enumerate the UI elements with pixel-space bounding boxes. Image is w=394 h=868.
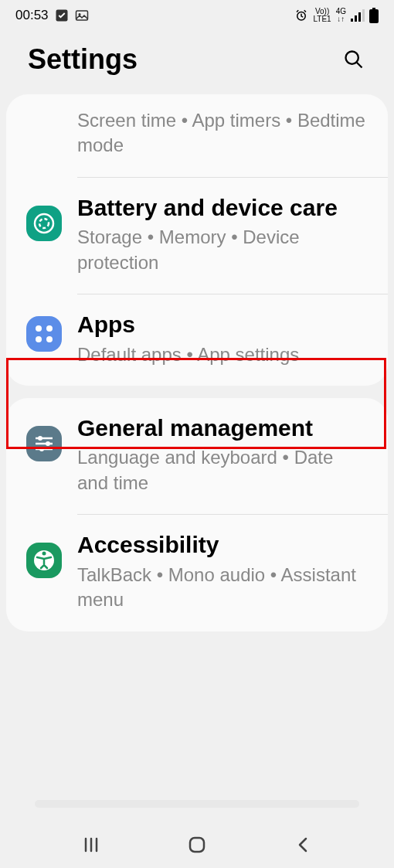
back-icon [295, 836, 311, 854]
item-title: Battery and device care [77, 193, 369, 223]
item-subtitle: Language and keyboard • Date and time [77, 445, 369, 495]
status-bar: 00:53 Vo))LTE1 4G↓↑ [0, 0, 394, 31]
page-title: Settings [28, 43, 138, 76]
recents-icon [83, 836, 100, 853]
settings-card-1: Screen time • App timers • Bedtime mode … [6, 94, 388, 386]
svg-point-25 [39, 447, 44, 451]
settings-item-digital-wellbeing[interactable]: Screen time • App timers • Bedtime mode [6, 94, 388, 177]
svg-rect-7 [362, 9, 365, 22]
settings-item-general-management[interactable]: General management Language and keyboard… [6, 398, 388, 514]
svg-point-23 [46, 441, 50, 446]
settings-item-accessibility[interactable]: Accessibility TalkBack • Mono audio • As… [6, 515, 388, 631]
svg-point-21 [38, 436, 42, 441]
item-title: General management [77, 414, 369, 443]
battery-icon [369, 8, 379, 23]
home-icon [188, 836, 206, 854]
search-button[interactable] [341, 47, 366, 72]
network-indicator: 4G↓↑ [336, 8, 346, 23]
item-subtitle: Screen time • App timers • Bedtime mode [77, 108, 369, 158]
svg-point-17 [36, 336, 42, 342]
sliders-icon [26, 426, 62, 461]
item-subtitle: Storage • Memory • Device protection [77, 225, 369, 275]
svg-rect-9 [369, 9, 379, 23]
item-title: Accessibility [77, 530, 369, 560]
svg-rect-8 [372, 8, 375, 9]
checkmark-icon [55, 9, 69, 22]
svg-point-16 [46, 325, 53, 332]
svg-rect-11 [26, 206, 62, 241]
svg-rect-6 [358, 12, 361, 22]
svg-rect-5 [355, 15, 357, 22]
item-subtitle: TalkBack • Mono audio • Assistant menu [77, 563, 369, 613]
svg-point-18 [46, 336, 53, 342]
apps-icon [26, 316, 62, 352]
svg-rect-4 [351, 19, 353, 22]
svg-point-15 [36, 325, 42, 332]
nav-recents-button[interactable] [76, 829, 107, 860]
accessibility-icon [26, 543, 62, 578]
search-icon [343, 49, 365, 70]
svg-rect-32 [190, 838, 204, 852]
settings-item-apps[interactable]: Apps Default apps • App settings [6, 294, 388, 386]
nav-home-button[interactable] [182, 829, 212, 860]
svg-rect-14 [26, 316, 62, 352]
svg-point-10 [346, 52, 358, 64]
scroll-indicator [35, 800, 359, 808]
svg-rect-1 [76, 11, 87, 20]
nav-back-button[interactable] [287, 829, 318, 860]
alarm-icon [294, 9, 308, 22]
item-title: Apps [77, 310, 369, 339]
volte-indicator: Vo))LTE1 [313, 8, 331, 23]
navigation-bar [0, 822, 394, 868]
settings-card-2: General management Language and keyboard… [6, 398, 388, 631]
svg-point-28 [42, 552, 46, 556]
status-time: 00:53 [15, 8, 49, 23]
image-icon [75, 9, 89, 22]
settings-item-battery[interactable]: Battery and device care Storage • Memory… [6, 178, 388, 294]
item-subtitle: Default apps • App settings [77, 342, 369, 367]
settings-header: Settings [0, 31, 394, 94]
battery-care-icon [26, 206, 62, 241]
signal-icon [351, 9, 365, 22]
